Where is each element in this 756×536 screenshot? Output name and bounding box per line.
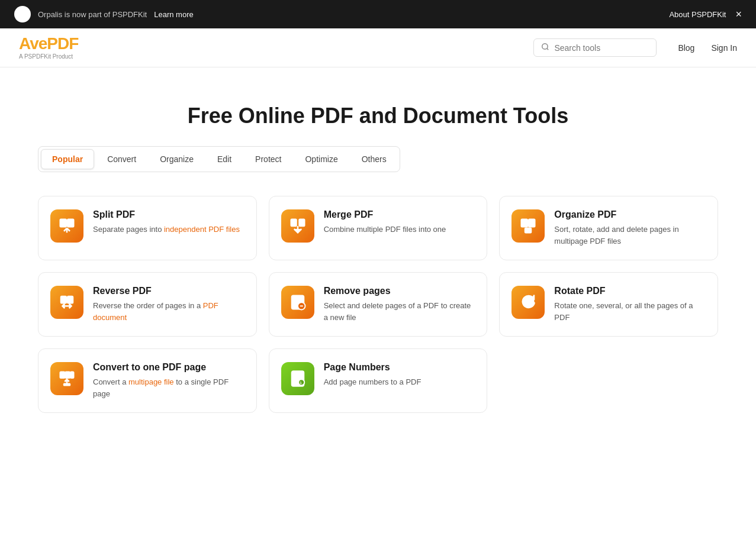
tools-grid: Split PDF Separate pages into independen… <box>0 184 756 437</box>
svg-rect-30 <box>66 372 70 378</box>
nav-signin[interactable]: Sign In <box>711 43 737 53</box>
rotate-pdf-icon <box>511 286 545 319</box>
svg-line-7 <box>24 11 25 12</box>
main-container: AvePDF A PSPDFKit Product Blog Sign In F… <box>0 28 756 536</box>
svg-line-5 <box>20 11 21 12</box>
hero-title: Free Online PDF and Document Tools <box>19 103 737 128</box>
svg-rect-11 <box>60 219 66 227</box>
svg-rect-19 <box>522 219 527 227</box>
organize-pdf-info: Organize PDF Sort, rotate, add and delet… <box>554 209 706 247</box>
svg-line-8 <box>20 16 21 17</box>
search-input[interactable] <box>554 43 649 53</box>
tabs-bar: Popular Convert Organize Edit Protect Op… <box>38 146 400 172</box>
tool-card-rotate-pdf[interactable]: Rotate PDF Rotate one, several, or all t… <box>499 272 718 337</box>
merge-pdf-info: Merge PDF Combine multiple PDF files int… <box>324 209 475 235</box>
tab-popular[interactable]: Popular <box>41 149 94 169</box>
organize-pdf-name: Organize PDF <box>554 209 706 220</box>
convert-one-page-info: Convert to one PDF page Convert a multip… <box>93 362 245 399</box>
tab-optimize[interactable]: Optimize <box>294 149 348 169</box>
hero-section: Free Online PDF and Document Tools <box>0 67 756 146</box>
tool-card-reverse-pdf[interactable]: Reverse PDF Reverse the order of pages i… <box>38 272 257 337</box>
merge-pdf-name: Merge PDF <box>324 209 475 220</box>
tab-convert[interactable]: Convert <box>96 149 147 169</box>
svg-point-0 <box>21 13 24 16</box>
remove-pages-info: Remove pages Select and delete pages of … <box>324 286 475 323</box>
svg-line-6 <box>24 16 25 17</box>
search-container <box>533 38 657 57</box>
svg-rect-29 <box>60 372 65 378</box>
remove-pages-name: Remove pages <box>324 286 475 296</box>
reverse-pdf-info: Reverse PDF Reverse the order of pages i… <box>93 286 245 323</box>
top-banner: Orpalis is now part of PSPDFKit Learn mo… <box>0 0 756 28</box>
tabs-container: Popular Convert Organize Edit Protect Op… <box>0 146 756 184</box>
convert-one-page-name: Convert to one PDF page <box>93 362 245 373</box>
svg-rect-23 <box>67 296 73 303</box>
svg-point-9 <box>542 44 548 49</box>
svg-line-10 <box>547 49 549 50</box>
page-numbers-name: Page Numbers <box>324 362 475 373</box>
search-icon <box>541 43 549 53</box>
remove-pages-desc: Select and delete pages of a PDF to crea… <box>324 300 475 323</box>
page-numbers-icon: 1 <box>281 362 314 395</box>
svg-rect-21 <box>525 228 531 233</box>
page-numbers-desc: Add page numbers to a PDF <box>324 376 475 388</box>
tab-organize[interactable]: Organize <box>149 149 204 169</box>
merge-pdf-desc: Combine multiple PDF files into one <box>324 224 475 235</box>
logo-pdf: PDF <box>47 34 78 53</box>
nav-blog[interactable]: Blog <box>678 43 694 53</box>
banner-text: Orpalis is now part of PSPDFKit <box>38 10 147 19</box>
banner-left: Orpalis is now part of PSPDFKit Learn mo… <box>14 6 194 22</box>
rotate-pdf-desc: Rotate one, several, or all the pages of… <box>554 300 706 323</box>
tool-card-merge-pdf[interactable]: Merge PDF Combine multiple PDF files int… <box>269 196 488 260</box>
logo-accent: e <box>38 34 47 53</box>
svg-rect-12 <box>67 219 73 227</box>
reverse-pdf-icon <box>50 286 83 319</box>
logo-av: Av <box>19 34 38 53</box>
tab-protect[interactable]: Protect <box>245 149 292 169</box>
rotate-pdf-info: Rotate PDF Rotate one, several, or all t… <box>554 286 706 323</box>
split-pdf-icon <box>50 209 83 243</box>
logo-text: AvePDF <box>19 35 78 52</box>
tool-card-remove-pages[interactable]: Remove pages Select and delete pages of … <box>269 272 488 337</box>
navbar: AvePDF A PSPDFKit Product Blog Sign In <box>0 28 756 67</box>
tool-card-page-numbers[interactable]: 1 Page Numbers Add page numbers to a PDF <box>269 348 488 413</box>
banner-about[interactable]: About PSPDFKit <box>669 10 726 19</box>
svg-rect-31 <box>70 372 73 378</box>
tool-card-organize-pdf[interactable]: Organize PDF Sort, rotate, add and delet… <box>499 196 718 260</box>
tool-card-convert-one-page[interactable]: Convert to one PDF page Convert a multip… <box>38 348 257 413</box>
svg-rect-16 <box>291 219 296 226</box>
logo[interactable]: AvePDF A PSPDFKit Product <box>19 35 78 60</box>
organize-pdf-icon <box>511 209 545 243</box>
banner-learn-more[interactable]: Learn more <box>154 10 193 19</box>
split-pdf-name: Split PDF <box>93 209 245 220</box>
organize-pdf-desc: Sort, rotate, add and delete pages in mu… <box>554 224 706 247</box>
page-numbers-info: Page Numbers Add page numbers to a PDF <box>324 362 475 388</box>
svg-rect-22 <box>61 296 66 303</box>
svg-rect-32 <box>64 384 70 386</box>
svg-rect-17 <box>299 219 304 226</box>
banner-right: About PSPDFKit × <box>669 8 742 21</box>
convert-one-page-desc: Convert a multipage file to a single PDF… <box>93 376 245 399</box>
split-pdf-desc: Separate pages into independent PDF file… <box>93 224 245 235</box>
remove-pages-icon <box>281 286 314 319</box>
tab-others[interactable]: Others <box>351 149 397 169</box>
convert-one-page-icon <box>50 362 83 395</box>
reverse-pdf-desc: Reverse the order of pages in a PDF docu… <box>93 300 245 323</box>
reverse-pdf-name: Reverse PDF <box>93 286 245 296</box>
split-pdf-info: Split PDF Separate pages into independen… <box>93 209 245 235</box>
rotate-pdf-name: Rotate PDF <box>554 286 706 296</box>
logo-sub: A PSPDFKit Product <box>19 53 73 60</box>
tool-card-split-pdf[interactable]: Split PDF Separate pages into independen… <box>38 196 257 260</box>
svg-rect-20 <box>529 219 535 227</box>
merge-pdf-icon <box>281 209 314 243</box>
tab-edit[interactable]: Edit <box>207 149 242 169</box>
banner-close-button[interactable]: × <box>735 8 742 21</box>
svg-text:1: 1 <box>300 381 302 385</box>
banner-logo-icon <box>14 6 31 22</box>
